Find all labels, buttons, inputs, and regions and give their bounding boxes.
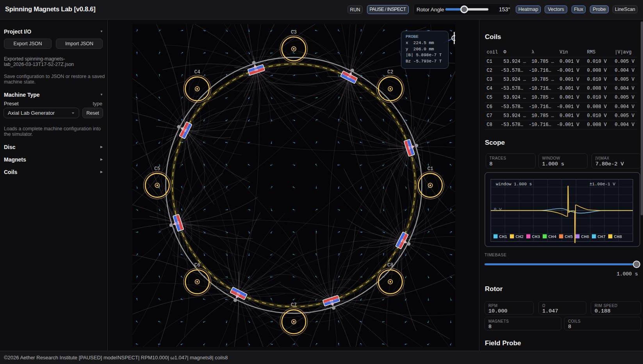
svg-text:C2: C2 <box>387 69 393 75</box>
svg-text:C6: C6 <box>194 263 200 268</box>
svg-text:CH4: CH4 <box>549 234 557 239</box>
svg-text:±1.00e-1 V: ±1.00e-1 V <box>590 182 615 186</box>
svg-text:C4: C4 <box>194 69 200 75</box>
svg-text:C5: C5 <box>154 166 160 172</box>
svg-text:CH6: CH6 <box>581 234 590 239</box>
svg-text:CH8: CH8 <box>614 234 622 239</box>
svg-text:CH7: CH7 <box>598 234 606 239</box>
svg-text:C7: C7 <box>291 302 297 308</box>
svg-text:CH3: CH3 <box>532 234 540 239</box>
svg-text:C1: C1 <box>427 166 433 172</box>
svg-text:CH2: CH2 <box>516 234 524 239</box>
svg-text:CH1: CH1 <box>499 234 508 239</box>
svg-text:0 V: 0 V <box>494 207 502 212</box>
svg-text:CH5: CH5 <box>565 234 573 239</box>
svg-text:window 1.000 s: window 1.000 s <box>496 182 532 186</box>
svg-text:C8: C8 <box>387 263 393 268</box>
svg-text:C3: C3 <box>291 30 297 35</box>
